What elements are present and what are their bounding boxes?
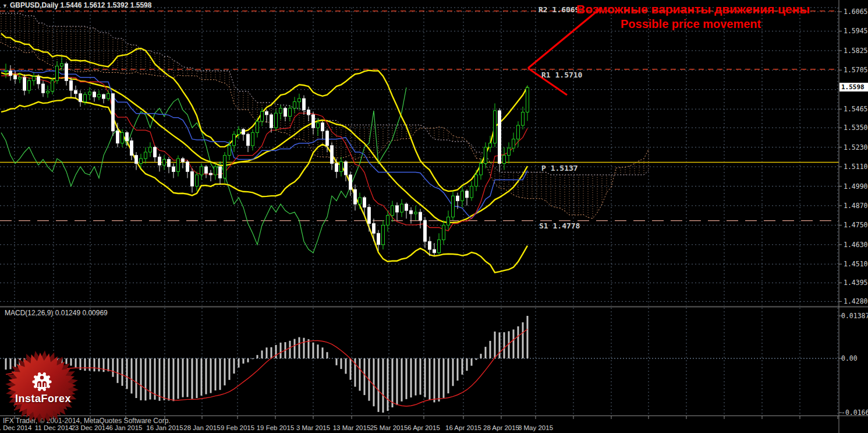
svg-text:19 Feb 2015: 19 Feb 2015 [257,424,295,431]
macd-indicator-label: MACD(12,26,9) 0.01249 0.00969 [5,309,108,317]
svg-text:1.5705: 1.5705 [844,66,868,74]
svg-text:11 Dec 2014: 11 Dec 2014 [35,424,73,431]
svg-text:3 Mar 2015: 3 Mar 2015 [296,424,330,431]
svg-text:8 May 2015: 8 May 2015 [518,424,553,431]
pivot-label-r1: R1 1.5710 [541,71,582,79]
svg-text:1.6065: 1.6065 [844,8,868,16]
svg-text:1.4750: 1.4750 [844,221,868,229]
annotation-text-russian: Возможные варианты движения цены [576,2,810,16]
annotation-text-english: Possible price movement [621,17,761,31]
svg-text:-0.01665: -0.01665 [841,409,868,417]
svg-text:16 Jan 2015: 16 Jan 2015 [146,424,183,431]
svg-text:1.5825: 1.5825 [844,47,868,55]
svg-text:23 Dec 2014: 23 Dec 2014 [71,424,109,431]
svg-text:9 Feb 2015: 9 Feb 2015 [221,424,254,431]
svg-text:1 Dec 2014: 1 Dec 2014 [0,424,32,431]
svg-text:0.00: 0.00 [841,354,858,362]
chart-canvas[interactable]: 1.60651.59451.58251.57051.54651.53501.52… [0,0,868,433]
svg-text:1.4395: 1.4395 [844,279,868,287]
svg-text:1.4280: 1.4280 [844,297,868,305]
mt4-chart-window: { "header": { "marker": "▼", "title": "G… [0,0,868,433]
svg-text:1.4990: 1.4990 [844,182,868,191]
svg-text:1.5465: 1.5465 [844,105,868,113]
svg-text:1.5350: 1.5350 [844,124,868,132]
svg-text:13 Mar 2015: 13 Mar 2015 [333,424,371,431]
svg-text:6 Apr 2015: 6 Apr 2015 [408,424,440,431]
symbol-title: ▼GBPUSD,Daily 1.5446 1.5612 1.5392 1.559… [2,1,151,9]
instaforex-logo [5,350,82,425]
pivot-label-s1: S1 1.4778 [539,221,580,230]
svg-text:0.01387: 0.01387 [841,312,868,320]
svg-text:1.5945: 1.5945 [844,27,868,35]
current-price-badge: 1.5598 [839,83,868,91]
svg-text:1.5230: 1.5230 [844,143,868,152]
pivot-label-p: P 1.5137 [541,164,578,173]
svg-text:1.5110: 1.5110 [844,163,868,171]
svg-text:28 Apr 2015: 28 Apr 2015 [483,424,519,431]
svg-text:1.4630: 1.4630 [844,241,868,249]
svg-text:6 Jan 2015: 6 Jan 2015 [109,424,143,431]
symbol-marker-icon: ▼ [2,3,8,9]
svg-text:1.4510: 1.4510 [844,260,868,268]
instaforex-logo-text: InstaForex [15,393,71,405]
svg-text:28 Jan 2015: 28 Jan 2015 [183,424,220,431]
svg-text:1.4870: 1.4870 [844,202,868,210]
symbol-title-text: GBPUSD,Daily 1.5446 1.5612 1.5392 1.5598 [10,1,152,9]
pivot-label-r2: R2 1.6069 [538,5,579,14]
svg-text:16 Apr 2015: 16 Apr 2015 [445,424,481,431]
svg-text:25 Mar 2015: 25 Mar 2015 [370,424,408,431]
